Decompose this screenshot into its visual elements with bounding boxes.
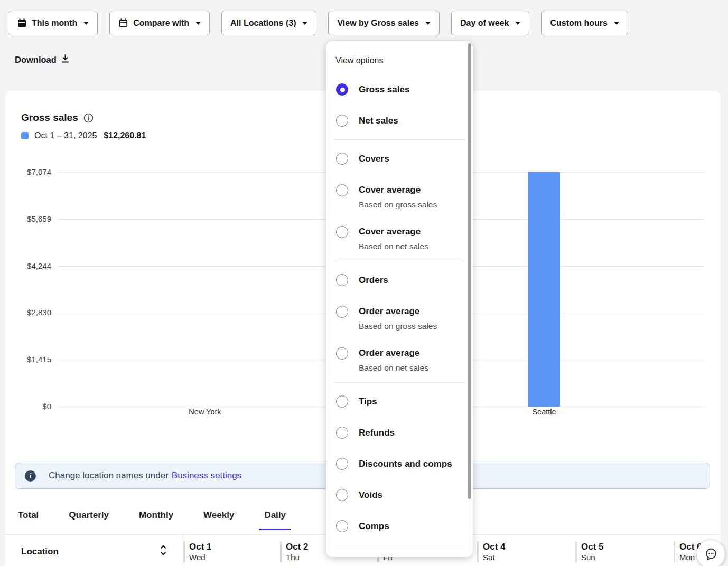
y-axis-label: $1,415 <box>5 355 51 364</box>
menu-option-tips[interactable]: Tips <box>326 386 473 417</box>
radio-button[interactable] <box>336 306 348 318</box>
filter-button-custom-hours[interactable]: Custom hours <box>541 11 628 35</box>
view-options-menu: View options Gross salesNet salesCoversC… <box>326 41 473 557</box>
y-axis-label: $0 <box>5 402 51 411</box>
column-tick <box>183 541 185 562</box>
menu-option-label: Cover average <box>359 184 437 196</box>
filter-button-this-month[interactable]: This month <box>8 11 98 35</box>
tab-monthly[interactable]: Monthly <box>134 502 179 530</box>
calendar-outline-icon <box>118 18 128 28</box>
menu-option-order-average-based-on-net-sales[interactable]: Order averageBased on net sales <box>326 337 473 379</box>
radio-button[interactable] <box>336 153 348 165</box>
column-tick <box>477 541 479 562</box>
chevron-down-icon <box>83 22 89 25</box>
filter-button-label: View by Gross sales <box>337 18 418 28</box>
download-icon <box>61 54 70 65</box>
sales-report-page: This monthCompare withAll Locations (3)V… <box>0 0 728 566</box>
sort-arrows-icon[interactable] <box>160 543 167 559</box>
radio-button[interactable] <box>336 226 348 238</box>
menu-option-covers[interactable]: Covers <box>326 143 473 174</box>
radio-button[interactable] <box>336 489 348 501</box>
download-button[interactable]: Download <box>15 54 70 65</box>
menu-option-label: Covers <box>359 153 389 165</box>
chevron-down-icon <box>515 22 520 25</box>
menu-option-orders[interactable]: Orders <box>326 265 473 296</box>
tab-quarterly[interactable]: Quarterly <box>63 502 114 530</box>
menu-option-net-sales[interactable]: Net sales <box>326 105 473 136</box>
date-label: Oct 1 <box>189 541 212 552</box>
radio-button[interactable] <box>336 427 348 439</box>
menu-option-voids[interactable]: Voids <box>326 479 473 511</box>
day-label: Wed <box>189 552 212 563</box>
filter-button-view-by-gross-sales[interactable]: View by Gross sales <box>328 11 439 35</box>
bar-seattle[interactable] <box>528 172 560 407</box>
radio-button[interactable] <box>336 184 348 196</box>
menu-option-cover-average-based-on-gross-sales[interactable]: Cover averageBased on gross sales <box>326 174 473 216</box>
radio-button[interactable] <box>336 395 348 408</box>
day-label: Sun <box>581 552 604 563</box>
filter-button-day-of-week[interactable]: Day of week <box>451 11 529 35</box>
granularity-tabs: TotalQuarterlyMonthlyWeeklyDaily <box>5 502 291 530</box>
menu-option-label: Order average <box>359 347 428 359</box>
column-header-oct-2: Oct 2Thu <box>280 541 309 563</box>
menu-option-gross-sales[interactable]: Gross sales <box>326 74 473 105</box>
menu-option-label: Net sales <box>359 115 398 127</box>
calendar-filled-icon <box>17 18 27 28</box>
chat-bubble-icon <box>704 547 718 561</box>
chat-button[interactable] <box>697 540 725 566</box>
radio-button[interactable] <box>336 347 348 360</box>
chevron-down-icon <box>195 22 201 25</box>
column-header-oct-1: Oct 1Wed <box>183 541 212 563</box>
filter-button-label: Day of week <box>460 18 509 28</box>
menu-option-discounts-and-comps[interactable]: Discounts and comps <box>326 448 473 479</box>
date-label: Oct 4 <box>483 541 506 552</box>
y-axis-label: $4,244 <box>5 261 51 270</box>
menu-option-sublabel: Based on net sales <box>359 362 428 373</box>
x-axis-label-new-york: New York <box>163 408 247 416</box>
menu-divider <box>334 139 464 140</box>
radio-button[interactable] <box>336 458 348 470</box>
menu-scrollbar[interactable] <box>468 43 471 499</box>
column-tick <box>575 541 577 562</box>
info-filled-icon: i <box>25 470 36 482</box>
menu-option-label: Comps <box>359 520 389 532</box>
menu-option-sublabel: Based on net sales <box>359 241 428 252</box>
banner-text: Change location names under <box>49 470 169 481</box>
menu-option-refunds[interactable]: Refunds <box>326 417 473 448</box>
filter-button-label: All Locations (3) <box>230 18 296 28</box>
x-axis-label-seattle: Seattle <box>502 408 586 416</box>
day-label: Sat <box>483 552 506 563</box>
business-settings-link[interactable]: Business settings <box>172 470 241 481</box>
chevron-down-icon <box>614 22 619 25</box>
radio-button[interactable] <box>336 520 348 532</box>
menu-divider <box>334 382 464 383</box>
menu-option-cover-average-based-on-net-sales[interactable]: Cover averageBased on net sales <box>326 216 473 258</box>
filter-toolbar: This monthCompare withAll Locations (3)V… <box>8 11 628 35</box>
column-header-location: Location <box>21 546 59 557</box>
tab-weekly[interactable]: Weekly <box>198 502 239 530</box>
menu-option-sublabel: Based on gross sales <box>359 320 437 332</box>
y-axis-label: $5,659 <box>5 214 51 223</box>
tab-total[interactable]: Total <box>13 502 44 530</box>
column-tick <box>280 541 282 562</box>
menu-divider <box>334 261 464 261</box>
radio-button[interactable] <box>336 274 348 286</box>
tab-daily[interactable]: Daily <box>259 502 291 530</box>
radio-button[interactable] <box>336 83 348 96</box>
column-tick <box>674 541 675 562</box>
menu-option-comps[interactable]: Comps <box>326 511 473 542</box>
menu-option-label: Order average <box>359 305 437 317</box>
menu-option-label: Orders <box>359 274 388 286</box>
menu-option-order-average-based-on-gross-sales[interactable]: Order averageBased on gross sales <box>326 296 473 337</box>
menu-divider <box>334 545 464 545</box>
menu-option-label: Gross sales <box>359 83 409 96</box>
filter-button-label: This month <box>32 18 77 28</box>
menu-option-label: Refunds <box>359 427 395 439</box>
menu-option-label: Cover average <box>359 225 428 238</box>
filter-button-label: Custom hours <box>550 18 607 28</box>
filter-button-all-locations-3[interactable]: All Locations (3) <box>221 11 316 35</box>
radio-button[interactable] <box>336 115 348 127</box>
filter-button-compare-with[interactable]: Compare with <box>109 11 210 35</box>
y-axis-label: $2,830 <box>5 308 51 317</box>
filter-button-label: Compare with <box>133 18 189 28</box>
